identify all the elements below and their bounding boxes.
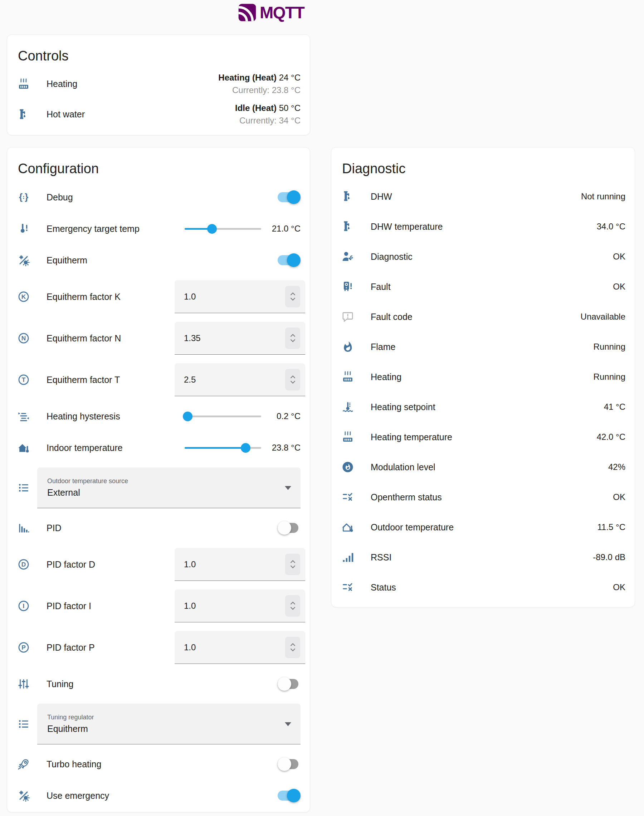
account-wrench-icon: [341, 250, 354, 263]
config-row-equitherm: Equitherm: [17, 244, 301, 276]
entity-label: Debug: [46, 192, 278, 203]
diagnostic-row-diagnostic: DiagnosticOK: [341, 242, 626, 271]
chevron-up-icon: [290, 292, 296, 296]
tuning-toggle[interactable]: [278, 677, 301, 691]
number-value[interactable]: 1.0: [184, 292, 285, 302]
climate-state[interactable]: Idle (Heat) 50 °C Currently: 34 °C: [235, 102, 301, 127]
controls-card-title: Controls: [18, 48, 301, 64]
pid-factor-i-input[interactable]: 1.0: [175, 589, 305, 623]
thermometer-alert-icon: [17, 222, 30, 235]
diagnostic-row-fault: FaultOK: [341, 271, 626, 302]
slider-thumb[interactable]: [183, 411, 193, 421]
slider-fill: [185, 447, 246, 449]
sun-snowflake-icon: [17, 254, 30, 267]
toggle-thumb[interactable]: [287, 253, 301, 267]
config-row-equitherm-factor-k: KEquitherm factor K 1.0: [17, 276, 301, 318]
sensor-value[interactable]: OK: [501, 282, 626, 292]
sensor-value[interactable]: 42%: [521, 462, 626, 472]
sensor-value[interactable]: Unavailable: [497, 312, 626, 322]
sensor-label: Heating temperature: [371, 431, 524, 443]
slider-track[interactable]: [185, 416, 261, 417]
sensor-value[interactable]: Running: [497, 372, 626, 382]
indoor-temperature-slider[interactable]: [185, 442, 261, 453]
sensor-label: Status: [371, 581, 504, 594]
number-stepper[interactable]: [285, 369, 300, 390]
toggle-thumb[interactable]: [278, 677, 291, 691]
list-status-icon: [341, 581, 354, 594]
config-row-pid-factor-p: PPID factor P 1.0: [17, 627, 301, 668]
letter-t-circle-icon: T: [17, 373, 30, 386]
sensor-value[interactable]: OK: [504, 582, 626, 592]
list-bulleted-icon: [17, 482, 30, 494]
slider-thumb[interactable]: [207, 224, 217, 234]
sensor-value[interactable]: Running: [494, 342, 626, 352]
chevron-up-icon: [290, 601, 296, 605]
chevron-down-icon: [290, 339, 296, 342]
equitherm-factor-t-input[interactable]: 2.5: [175, 363, 305, 396]
toggle-thumb[interactable]: [287, 190, 301, 204]
tuning-regulator-select[interactable]: Tuning regulator Equitherm: [37, 704, 301, 744]
use-emergency-toggle[interactable]: [278, 788, 301, 803]
dropdown-caret-icon: [285, 486, 291, 490]
sensor-value[interactable]: -89.0 dB: [492, 552, 626, 562]
slider-thumb[interactable]: [241, 443, 250, 453]
select-label: Tuning regulator: [47, 714, 279, 721]
number-stepper[interactable]: [285, 595, 300, 617]
dropdown-caret-icon: [285, 722, 291, 726]
climate-state[interactable]: Heating (Heat) 24 °C Currently: 23.8 °C: [218, 72, 301, 97]
pid-factor-d-input[interactable]: 1.0: [175, 548, 305, 581]
config-row-debug: { } Debug: [17, 181, 301, 213]
number-stepper[interactable]: [285, 327, 300, 349]
toggle-thumb[interactable]: [278, 521, 291, 535]
debug-toggle[interactable]: [278, 190, 301, 204]
svg-text:T: T: [22, 376, 26, 383]
config-row-equitherm-factor-n: NEquitherm factor N 1.35: [17, 318, 301, 359]
sensor-value[interactable]: OK: [513, 252, 626, 262]
entity-label: Heating hysteresis: [46, 411, 185, 422]
climate-current-temp: Currently: 34 °C: [235, 115, 301, 127]
toggle-thumb[interactable]: [287, 789, 301, 802]
sensor-label: Outdoor temperature: [371, 522, 526, 533]
turbo-heating-toggle[interactable]: [278, 757, 301, 771]
emergency-target-temp-slider[interactable]: [185, 223, 261, 234]
number-stepper[interactable]: [285, 554, 300, 575]
number-stepper[interactable]: [285, 286, 300, 307]
diagnostic-row-flame: FlameRunning: [341, 332, 626, 362]
equitherm-toggle[interactable]: [278, 253, 301, 267]
sensor-value[interactable]: 41 °C: [520, 402, 626, 412]
diagnostic-row-dhw-temperature: DHW temperature34.0 °C: [341, 212, 626, 242]
equitherm-factor-n-input[interactable]: 1.35: [175, 322, 305, 355]
slider-value: 21.0 °C: [270, 223, 301, 235]
sensor-label: DHW: [371, 191, 486, 202]
toggle-thumb[interactable]: [278, 757, 291, 771]
sensor-value[interactable]: Not running: [486, 192, 626, 201]
pid-factor-p-input[interactable]: 1.0: [175, 631, 305, 664]
pid-toggle[interactable]: [278, 521, 301, 535]
sensor-value[interactable]: 11.5 °C: [526, 522, 626, 532]
climate-state-line: Idle (Heat) 50 °C: [235, 102, 301, 115]
outdoor-temperature-source-select[interactable]: Outdoor temperature source External: [37, 468, 301, 508]
water-tap-icon: [341, 220, 354, 233]
sensor-value[interactable]: 34.0 °C: [520, 222, 626, 232]
config-row-tuning-regulator: Tuning regulator Equitherm: [17, 702, 301, 746]
slider-value: 23.8 °C: [270, 442, 301, 454]
chevron-up-icon: [290, 560, 296, 564]
number-stepper[interactable]: [285, 637, 300, 658]
sensor-value[interactable]: OK: [527, 492, 626, 502]
number-value[interactable]: 2.5: [184, 375, 285, 385]
entity-label: Use emergency: [46, 790, 278, 802]
diagnostic-row-opentherm-status: Opentherm statusOK: [341, 482, 626, 512]
heating-hysteresis-slider[interactable]: [185, 411, 261, 422]
number-value[interactable]: 1.0: [184, 559, 285, 569]
number-value[interactable]: 1.0: [184, 601, 285, 611]
list-bulleted-icon: [17, 718, 30, 730]
number-value[interactable]: 1.0: [184, 643, 285, 652]
diagnostic-row-heating: HeatingRunning: [341, 362, 626, 392]
sensor-value[interactable]: 42.0 °C: [524, 432, 626, 442]
svg-text:I: I: [23, 602, 25, 609]
code-braces-icon: { }: [17, 191, 30, 204]
number-value[interactable]: 1.35: [184, 333, 285, 343]
equitherm-factor-k-input[interactable]: 1.0: [175, 280, 305, 313]
config-row-use-equitherm-in-emergency: Use equitherm in emergency: [17, 811, 301, 816]
control-row-heating: Heating Heating (Heat) 24 °C Currently: …: [17, 69, 301, 99]
